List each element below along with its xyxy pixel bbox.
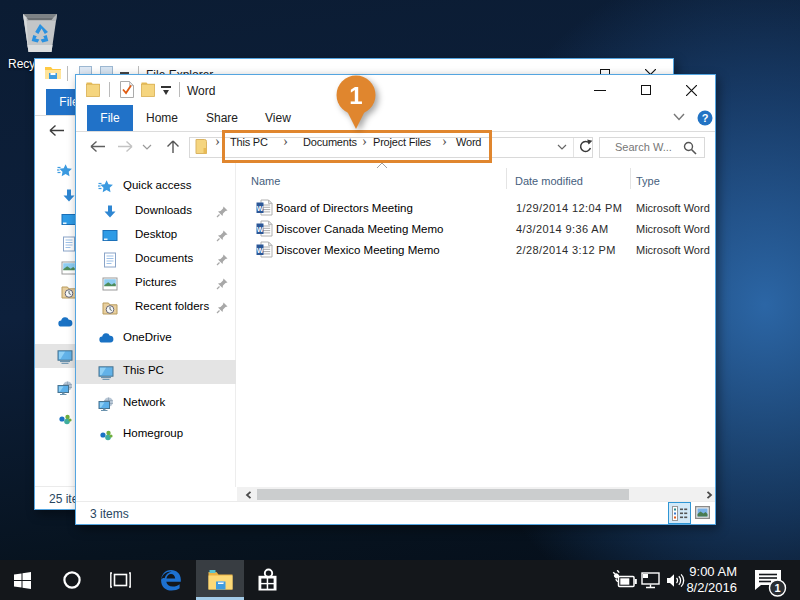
svg-text:W: W — [257, 205, 264, 212]
svg-text:W: W — [257, 247, 264, 254]
svg-text:W: W — [257, 226, 264, 233]
svg-text:?: ? — [702, 112, 709, 124]
svg-text:1: 1 — [349, 82, 362, 109]
svg-text:1: 1 — [774, 582, 780, 594]
